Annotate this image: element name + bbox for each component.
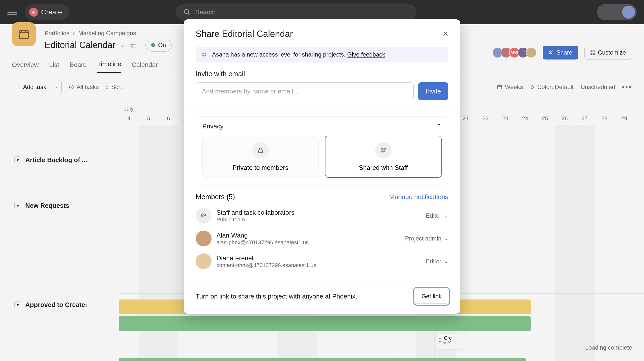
chevron-down-icon: ⌄: [443, 235, 448, 242]
svg-point-13: [384, 148, 386, 150]
privacy-card: Privacy ⌃ Private to members Shar: [196, 116, 448, 185]
close-icon[interactable]: ✕: [440, 29, 450, 39]
megaphone-icon: [201, 51, 208, 58]
role-label: Editor: [426, 212, 442, 219]
footer-text: Turn on link to share this project with …: [196, 292, 357, 300]
banner-link[interactable]: Give feedback: [347, 51, 385, 58]
invite-input[interactable]: [196, 82, 414, 100]
toast-text: Loading complete: [585, 344, 632, 351]
modal-footer: Turn on link to share this project with …: [184, 281, 460, 314]
svg-point-14: [201, 214, 203, 216]
role-selector[interactable]: Editor ⌄: [426, 258, 448, 265]
avatar: [196, 231, 212, 246]
invite-label: Invite with email: [196, 70, 448, 78]
invite-button[interactable]: Invite: [418, 82, 448, 100]
role-label: Editor: [426, 258, 442, 265]
members-title: Members (5): [196, 193, 235, 201]
member-row: Diana Frenell content-phnx@470137296.asa…: [196, 250, 448, 273]
privacy-toggle[interactable]: Privacy ⌃: [202, 123, 442, 130]
modal-overlay[interactable]: Share Editorial Calendar ✕ Asana has a n…: [0, 0, 644, 361]
member-name: Diana Frenell: [216, 254, 316, 262]
privacy-option-private[interactable]: Private to members: [202, 136, 318, 178]
role-selector[interactable]: Project admin ⌄: [405, 235, 448, 242]
manage-notifications-link[interactable]: Manage notifications: [389, 193, 448, 201]
privacy-shared-label: Shared with Staff: [359, 164, 408, 172]
svg-rect-11: [258, 150, 262, 153]
modal-title: Share Editorial Calendar: [196, 29, 448, 39]
member-name: Staff and task collaborators: [216, 209, 294, 216]
get-link-button[interactable]: Get link: [415, 289, 448, 304]
svg-point-12: [381, 148, 383, 150]
info-banner: Asana has a new access level for sharing…: [196, 47, 448, 63]
member-sub: Public team: [216, 216, 294, 223]
chevron-down-icon: ⌄: [443, 212, 448, 219]
member-row: Staff and task collaborators Public team…: [196, 204, 448, 227]
chevron-up-icon: ⌃: [436, 123, 442, 130]
privacy-private-label: Private to members: [232, 164, 288, 172]
privacy-option-shared[interactable]: Shared with Staff: [325, 136, 442, 178]
chevron-down-icon: ⌄: [443, 258, 448, 265]
member-sub: content-phnx@470137296.asanatest1.us: [216, 262, 316, 268]
people-icon: [375, 142, 392, 158]
people-icon: [196, 208, 212, 224]
member-row: Alan Wang alan-phnx@470137296.asanatest1…: [196, 227, 448, 250]
avatar: [196, 253, 212, 269]
share-modal: Share Editorial Calendar ✕ Asana has a n…: [184, 19, 460, 314]
role-label: Project admin: [405, 235, 442, 242]
member-name: Alan Wang: [216, 232, 308, 239]
role-selector[interactable]: Editor ⌄: [426, 212, 448, 219]
toast: Loading complete: [585, 344, 632, 351]
privacy-label: Privacy: [202, 123, 224, 130]
banner-text: Asana has a new access level for sharing…: [212, 51, 346, 58]
svg-point-15: [204, 214, 206, 216]
lock-icon: [252, 142, 269, 158]
member-sub: alan-phnx@470137296.asanatest1.us: [216, 239, 308, 246]
